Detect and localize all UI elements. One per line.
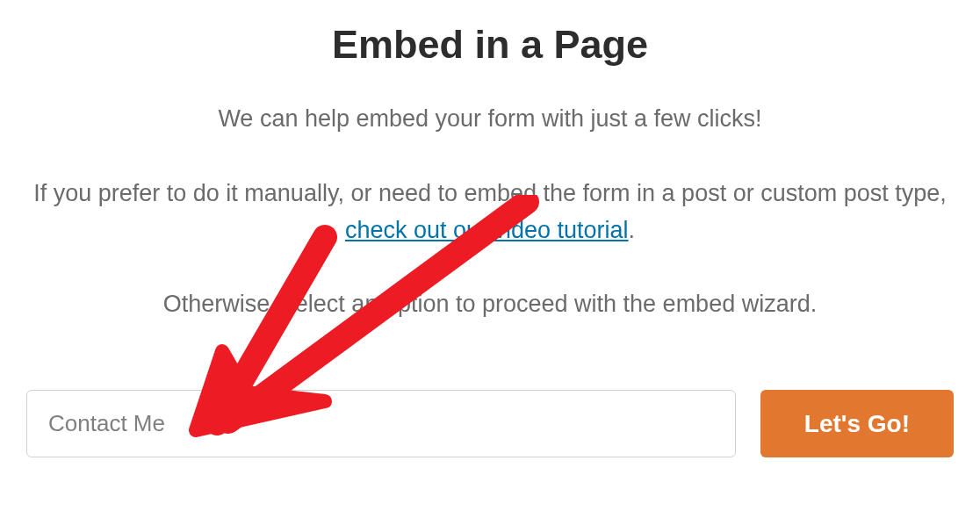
page-name-input[interactable]: [26, 390, 736, 457]
video-tutorial-link[interactable]: check out our video tutorial: [345, 217, 629, 243]
description-text-after: .: [629, 217, 636, 243]
modal-description: If you prefer to do it manually, or need…: [26, 176, 954, 249]
modal-instruction: Otherwise, select an option to proceed w…: [163, 288, 817, 321]
modal-subtitle: We can help embed your form with just a …: [218, 103, 761, 136]
modal-title: Embed in a Page: [332, 22, 648, 68]
lets-go-button[interactable]: Let's Go!: [760, 390, 954, 457]
description-text-before: If you prefer to do it manually, or need…: [33, 180, 947, 206]
embed-form-row: Let's Go!: [26, 390, 954, 457]
